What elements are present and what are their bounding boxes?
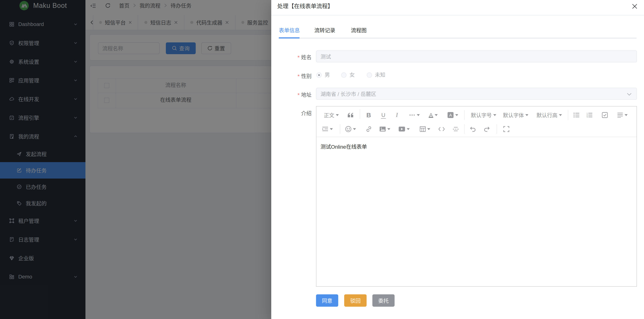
- svg-text:3: 3: [586, 116, 588, 118]
- svg-text:A: A: [449, 113, 452, 118]
